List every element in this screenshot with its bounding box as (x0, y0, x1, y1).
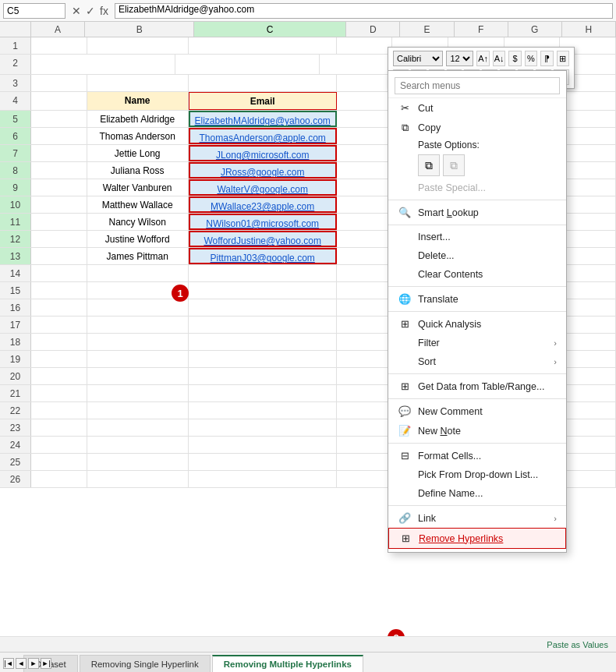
cell-a11[interactable] (31, 214, 87, 230)
col-header-b[interactable]: B (85, 22, 194, 37)
cell-d23[interactable] (337, 419, 393, 436)
col-header-f[interactable]: F (455, 22, 508, 37)
insert-item[interactable]: Insert... (388, 228, 566, 246)
cell-b23[interactable] (87, 419, 189, 436)
row-header-21[interactable]: 21 (0, 385, 31, 401)
cell-d10[interactable] (337, 196, 393, 213)
cell-d15[interactable] (337, 282, 393, 299)
cell-c13[interactable]: PittmanJ03@google.com (189, 248, 337, 264)
font-select[interactable]: Calibri (393, 51, 443, 66)
row-header-2[interactable]: 2 (0, 55, 31, 74)
formula-input[interactable]: ElizabethMAldridge@yahoo.com (115, 3, 613, 19)
cell-b13[interactable]: James Pittman (87, 248, 189, 264)
cell-b4[interactable]: Name (87, 92, 189, 110)
cell-d7[interactable] (337, 145, 393, 161)
cell-d13[interactable] (337, 248, 393, 264)
cut-menu-item[interactable]: ✂ Cut (388, 98, 566, 118)
cell-h6[interactable] (560, 128, 616, 144)
cell-h7[interactable] (560, 145, 616, 161)
cell-c8[interactable]: JRoss@google.com (189, 162, 337, 179)
cell-h8[interactable] (560, 162, 616, 179)
cell-c18[interactable] (189, 334, 337, 350)
cell-c24[interactable] (189, 437, 337, 453)
cell-c22[interactable] (189, 402, 337, 419)
cell-h12[interactable] (560, 231, 616, 247)
clear-contents-item[interactable]: Clear Contents (388, 265, 566, 284)
cell-c5[interactable]: ElizabethMAldridge@yahoo.com (189, 111, 337, 127)
cell-a7[interactable] (31, 145, 87, 161)
cell-a12[interactable] (31, 231, 87, 247)
cell-b5[interactable]: Elizabeth Aldridge (87, 111, 189, 127)
col-header-e[interactable]: E (400, 22, 454, 37)
cell-c15[interactable] (189, 282, 337, 299)
confirm-icon[interactable]: ✓ (86, 5, 95, 17)
cell-a4[interactable] (31, 92, 87, 110)
cell-d8[interactable] (337, 162, 393, 179)
cell-b19[interactable] (87, 351, 189, 367)
cell-c23[interactable] (189, 419, 337, 436)
cell-h17[interactable] (560, 317, 616, 333)
cell-h15[interactable] (560, 282, 616, 299)
paste-icon-2[interactable]: ⧉ (443, 154, 465, 176)
decrease-font-btn[interactable]: A↓ (493, 51, 505, 66)
row-header-3[interactable]: 3 (0, 75, 31, 91)
tab-removing-single[interactable]: Removing Single Hyperlink (80, 655, 211, 672)
cell-d11[interactable] (337, 214, 393, 230)
copy-menu-item[interactable]: ⧉ Copy (388, 118, 566, 138)
cell-c21[interactable] (189, 385, 337, 401)
cell-d6[interactable] (337, 128, 393, 144)
cell-d18[interactable] (337, 334, 393, 350)
cell-h10[interactable] (560, 196, 616, 213)
cell-h24[interactable] (560, 437, 616, 453)
new-note-item[interactable]: 📝 New Note (388, 421, 566, 440)
cell-c19[interactable] (189, 351, 337, 367)
cell-b6[interactable]: Thomas Anderson (87, 128, 189, 144)
cell-d20[interactable] (337, 368, 393, 384)
cell-a16[interactable] (31, 299, 87, 316)
cell-a17[interactable] (31, 317, 87, 333)
cell-a5[interactable] (31, 111, 87, 127)
cell-d12[interactable] (337, 231, 393, 247)
tab-nav-next[interactable]: ► (28, 658, 39, 669)
cell-b12[interactable]: Justine Wofford (87, 231, 189, 247)
cell-a22[interactable] (31, 402, 87, 419)
cell-c9[interactable]: WalterV@google.com (189, 179, 337, 196)
cell-a23[interactable] (31, 419, 87, 436)
row-header-20[interactable]: 20 (0, 368, 31, 384)
cell-a2[interactable] (31, 55, 175, 74)
cell-a21[interactable] (31, 385, 87, 401)
col-header-g[interactable]: G (508, 22, 562, 37)
cell-b24[interactable] (87, 437, 189, 453)
paste-as-values-btn[interactable]: Paste as Values (547, 640, 608, 649)
cell-d14[interactable] (337, 265, 393, 281)
cell-c17[interactable] (189, 317, 337, 333)
tab-nav-last[interactable]: ►| (41, 658, 51, 669)
row-header-1[interactable]: 1 (0, 37, 31, 54)
cell-h13[interactable] (560, 248, 616, 264)
row-header-4[interactable]: 4 (0, 92, 31, 110)
search-input[interactable] (395, 77, 560, 94)
cell-b11[interactable]: Nancy Wilson (87, 214, 189, 230)
cell-h11[interactable] (560, 214, 616, 230)
tab-nav-prev[interactable]: ◄ (16, 658, 27, 669)
cell-d19[interactable] (337, 351, 393, 367)
delete-item[interactable]: Delete... (388, 246, 566, 265)
cell-h16[interactable] (560, 299, 616, 316)
cell-d25[interactable] (337, 454, 393, 470)
get-data-item[interactable]: ⊞ Get Data from Table/Range... (388, 377, 566, 396)
cell-a9[interactable] (31, 179, 87, 196)
cell-h25[interactable] (560, 454, 616, 470)
filter-item[interactable]: Filter › (388, 334, 566, 352)
format-cells-item[interactable]: ⊟ Format Cells... (388, 446, 566, 465)
cell-h19[interactable] (560, 351, 616, 367)
col-header-a[interactable]: A (31, 22, 85, 37)
row-header-18[interactable]: 18 (0, 334, 31, 350)
row-header-14[interactable]: 14 (0, 265, 31, 281)
new-comment-item[interactable]: 💬 New Comment (388, 401, 566, 421)
cell-c4[interactable]: Email (189, 92, 337, 110)
sort-item[interactable]: Sort › (388, 352, 566, 371)
row-header-19[interactable]: 19 (0, 351, 31, 367)
cell-d21[interactable] (337, 385, 393, 401)
cell-d22[interactable] (337, 402, 393, 419)
cell-b8[interactable]: Juliana Ross (87, 162, 189, 179)
